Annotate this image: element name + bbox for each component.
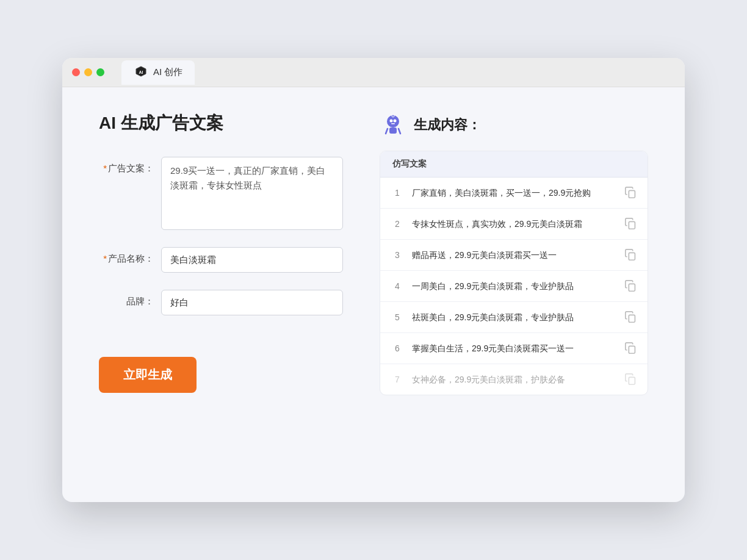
svg-text:AI: AI — [139, 70, 143, 74]
generate-button[interactable]: 立即生成 — [99, 357, 197, 393]
table-header: 仿写文案 — [380, 151, 648, 178]
product-name-input[interactable] — [161, 247, 343, 273]
traffic-light-red[interactable] — [72, 68, 80, 76]
row-text: 祛斑美白，29.9元美白淡斑霜，专业护肤品 — [412, 311, 617, 324]
table-row: 6掌握美白生活，29.9元美白淡斑霜买一送一 — [380, 333, 648, 364]
row-number: 7 — [390, 375, 405, 384]
tab-title: AI 创作 — [153, 66, 182, 78]
svg-line-10 — [399, 129, 400, 134]
svg-point-5 — [394, 120, 397, 123]
row-number: 3 — [390, 250, 405, 260]
product-name-label: *产品名称： — [99, 247, 154, 265]
copy-icon[interactable] — [624, 217, 638, 231]
brand-input[interactable] — [161, 290, 343, 315]
traffic-light-yellow[interactable] — [84, 68, 92, 76]
traffic-light-green[interactable] — [96, 68, 104, 76]
brand-label: 品牌： — [99, 290, 154, 307]
results-header: 生成内容： — [380, 112, 648, 138]
table-row: 4一周美白，29.9元美白淡斑霜，专业护肤品 — [380, 271, 648, 302]
table-row: 1厂家直销，美白淡斑霜，买一送一，29.9元抢购 — [380, 178, 648, 209]
svg-rect-16 — [629, 346, 635, 353]
ad-copy-textarea[interactable]: 29.9买一送一，真正的厂家直销，美白淡斑霜，专抹女性斑点 — [161, 157, 343, 230]
svg-rect-11 — [629, 190, 635, 198]
svg-point-8 — [392, 115, 394, 117]
svg-point-4 — [390, 120, 393, 123]
ai-icon: AI — [134, 65, 148, 80]
table-row: 7女神必备，29.9元美白淡斑霜，护肤必备 — [380, 364, 648, 395]
ad-copy-label: *广告文案： — [99, 157, 154, 174]
results-title: 生成内容： — [414, 116, 481, 134]
brand-group: 品牌： — [99, 290, 343, 315]
copy-icon[interactable] — [624, 279, 638, 293]
svg-rect-6 — [391, 123, 395, 124]
left-panel: AI 生成广告文案 *广告文案： 29.9买一送一，真正的厂家直销，美白淡斑霜，… — [99, 112, 343, 478]
browser-titlebar: AI AI 创作 — [62, 58, 685, 87]
table-row: 2专抹女性斑点，真实功效，29.9元美白淡斑霜 — [380, 209, 648, 240]
row-number: 6 — [390, 343, 405, 353]
product-name-group: *产品名称： — [99, 247, 343, 273]
row-number: 4 — [390, 281, 405, 291]
row-text: 掌握美白生活，29.9元美白淡斑霜买一送一 — [412, 342, 617, 355]
svg-rect-13 — [629, 253, 635, 260]
ad-copy-group: *广告文案： 29.9买一送一，真正的厂家直销，美白淡斑霜，专抹女性斑点 — [99, 157, 343, 230]
row-number: 1 — [390, 188, 405, 198]
browser-window: AI AI 创作 AI 生成广告文案 *广告文案： 29.9买一送一，真正的厂家… — [62, 58, 685, 502]
copy-icon[interactable] — [624, 373, 638, 386]
traffic-lights — [72, 68, 104, 76]
table-row: 5祛斑美白，29.9元美白淡斑霜，专业护肤品 — [380, 302, 648, 333]
svg-rect-3 — [389, 127, 397, 134]
copy-icon[interactable] — [624, 248, 638, 262]
row-text: 赠品再送，29.9元美白淡斑霜买一送一 — [412, 249, 617, 262]
required-star-ad: * — [103, 163, 107, 173]
copy-icon[interactable] — [624, 186, 638, 199]
required-star-product: * — [103, 253, 107, 264]
results-table: 仿写文案 1厂家直销，美白淡斑霜，买一送一，29.9元抢购 2专抹女性斑点，真实… — [380, 151, 648, 395]
table-row: 3赠品再送，29.9元美白淡斑霜买一送一 — [380, 240, 648, 271]
row-text: 专抹女性斑点，真实功效，29.9元美白淡斑霜 — [412, 218, 617, 231]
copy-icon[interactable] — [624, 311, 638, 324]
row-text: 厂家直销，美白淡斑霜，买一送一，29.9元抢购 — [412, 187, 617, 199]
svg-line-9 — [386, 129, 388, 134]
page-title: AI 生成广告文案 — [99, 112, 343, 135]
copy-icon[interactable] — [624, 342, 638, 355]
right-panel: 生成内容： 仿写文案 1厂家直销，美白淡斑霜，买一送一，29.9元抢购 2专抹女… — [380, 112, 648, 478]
svg-rect-14 — [629, 284, 635, 291]
row-number: 2 — [390, 219, 405, 229]
robot-icon — [380, 112, 406, 138]
svg-rect-12 — [629, 221, 635, 229]
browser-tab[interactable]: AI AI 创作 — [121, 60, 195, 85]
svg-rect-15 — [629, 315, 635, 322]
row-text: 一周美白，29.9元美白淡斑霜，专业护肤品 — [412, 280, 617, 293]
svg-rect-17 — [629, 377, 635, 384]
browser-content: AI 生成广告文案 *广告文案： 29.9买一送一，真正的厂家直销，美白淡斑霜，… — [62, 87, 685, 502]
row-text: 女神必备，29.9元美白淡斑霜，护肤必备 — [412, 373, 617, 386]
row-number: 5 — [390, 312, 405, 322]
